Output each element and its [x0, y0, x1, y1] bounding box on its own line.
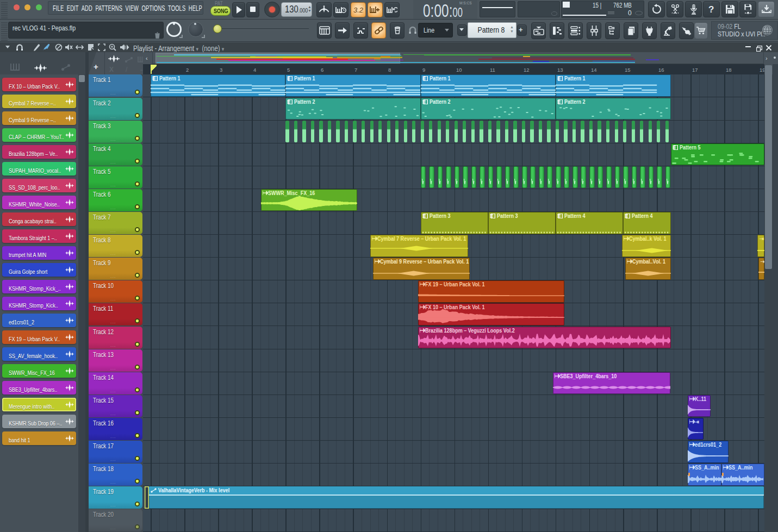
svg-text:3.2:: 3.2: [353, 6, 364, 14]
svg-text:?: ? [708, 4, 714, 15]
